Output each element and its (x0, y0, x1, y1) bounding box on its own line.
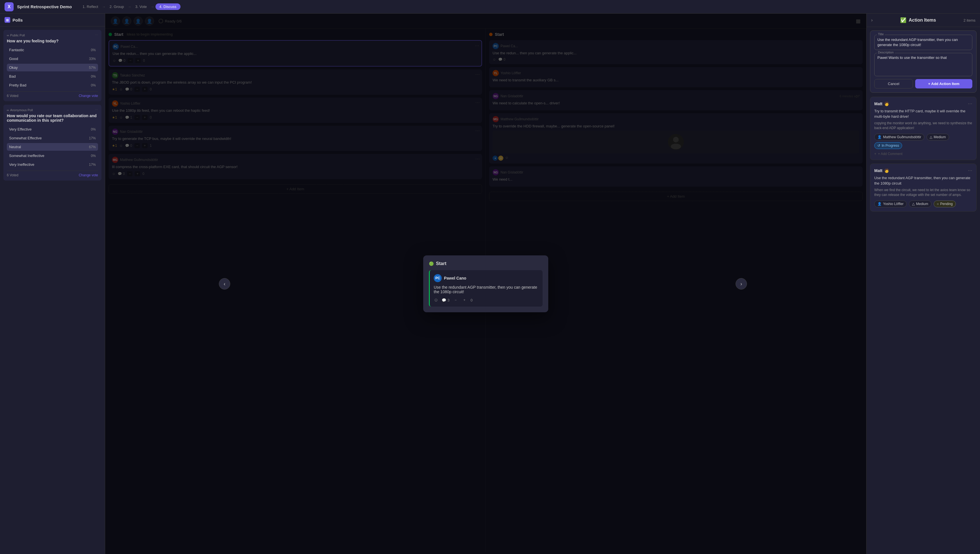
nav-arrow-3: → (151, 5, 154, 9)
change-vote-btn[interactable]: Change vote (79, 94, 98, 98)
poll-1-question: How are you feeling today? (7, 39, 98, 43)
description-field[interactable]: Description (874, 53, 972, 76)
assignee-chip-2[interactable]: 👤 Yoshio Löffler (874, 201, 907, 208)
card-modal: 🟢 Start PC Pawel Cano Use the redundant … (423, 255, 548, 312)
poll-option: Somewhat Ineffective 0% (7, 152, 98, 160)
poll-option: Pretty Bad 0% (7, 81, 98, 89)
action-items-panel: › ✅ Action Items 2 items Title Use the r… (866, 14, 980, 554)
app-header: X Sprint Retrospective Demo 1. Reflect →… (0, 0, 980, 14)
title-label: Title (877, 32, 885, 36)
poll-option: Bad 0% (7, 72, 98, 80)
status-chip-pending[interactable]: ○ Pending (934, 201, 956, 208)
add-action-form: Title Use the redundant AGP transmitter,… (870, 30, 977, 93)
polls-icon: ▦ (5, 17, 10, 23)
poll-option-highlighted: Neutral 67% (7, 143, 98, 151)
modal-card-author: PC Pawel Cano (434, 274, 539, 282)
polls-content: ∞ Public Poll ⋯ How are you feeling toda… (0, 26, 105, 554)
polls-panel: ▦ Polls ∞ Public Poll ⋯ How are you feel… (0, 14, 105, 554)
chevron-right-icon[interactable]: › (871, 18, 873, 23)
action-item-menu-btn[interactable]: ⋯ (968, 101, 972, 106)
action-items-header: › ✅ Action Items 2 items (867, 14, 980, 27)
app-title: Sprint Retrospective Demo (17, 4, 72, 9)
user-icon: 👤 (877, 202, 882, 206)
vote-minus-btn[interactable]: − (453, 297, 458, 303)
modal-card: PC Pawel Cano Use the redundant AGP tran… (429, 270, 542, 307)
poll-1: ∞ Public Poll ⋯ How are you feeling toda… (3, 30, 102, 101)
modal-header: 🟢 Start (429, 261, 542, 266)
assignee-chip[interactable]: 👤 Matthew Guðmundsdóttir (874, 134, 924, 140)
progress-icon: ↺ (877, 144, 880, 148)
user-icon: 👤 (877, 135, 882, 139)
poll-option: Very Ineffective 17% (7, 161, 98, 168)
action-item-status-1: ↺ In Progress (874, 142, 972, 149)
title-field: Title Use the redundant AGP transmitter,… (874, 35, 972, 50)
change-vote-btn-2[interactable]: Change vote (79, 173, 98, 177)
action-item-title-2: Use the redundant AGP transmitter, then … (874, 176, 972, 186)
poll-option-highlighted: Okay 57% (7, 64, 98, 71)
status-chip-inprogress[interactable]: ↺ In Progress (874, 142, 902, 149)
action-card-author-1: Matt 🧑 (874, 102, 889, 106)
description-input[interactable] (877, 56, 969, 72)
modal-dot: 🟢 (429, 261, 434, 266)
nav-arrow-1: → (102, 5, 105, 9)
action-item-meta-2: 👤 Yoshio Löffler △ Medium ○ Pending (874, 201, 972, 208)
main-layout: ▦ Polls ∞ Public Poll ⋯ How are you feel… (0, 14, 980, 554)
description-label: Description (877, 51, 895, 54)
add-comment-btn[interactable]: + + Add Comment (874, 152, 972, 156)
nav-steps: 1. Reflect → 2. Group → 3. Vote → 4. Dis… (80, 3, 180, 10)
nav-arrow-2: → (128, 5, 131, 9)
action-item-2: Matt 🧑 ⋯ Use the redundant AGP transmitt… (870, 163, 977, 212)
poll-option: Very Effective 0% (7, 125, 98, 133)
form-actions: Cancel + Add Action Item (874, 79, 972, 88)
add-action-item-button[interactable]: + Add Action Item (915, 79, 972, 88)
poll-1-footer: 6 Voted Change vote (7, 91, 98, 98)
nav-step-1[interactable]: 1. Reflect (80, 3, 101, 10)
priority-chip[interactable]: △ Medium (927, 134, 949, 140)
action-item-menu-btn-2[interactable]: ⋯ (968, 168, 972, 173)
action-items-content: Title Use the redundant AGP transmitter,… (867, 27, 980, 554)
action-item-desc-2: When we find the circuit, we need to let… (874, 188, 972, 197)
action-item-1: Matt 🧑 ⋯ Try to transmit the HTTP card, … (870, 97, 977, 160)
polls-title: Polls (13, 18, 23, 22)
poll-2-footer: 6 Voted Change vote (7, 171, 98, 177)
action-card-header-1: Matt 🧑 ⋯ (874, 101, 972, 106)
poll-1-badge: ∞ Public Poll ⋯ (7, 33, 98, 37)
modal-card-text: Use the redundant AGP transmitter, then … (434, 285, 539, 294)
modal-next-btn[interactable]: › (735, 278, 747, 289)
action-card-author-2: Matt 🧑 (874, 168, 889, 173)
comment-count: 💬 3 (442, 298, 449, 302)
action-items-title: ✅ Action Items (900, 17, 936, 23)
priority-icon: △ (930, 135, 932, 139)
poll-2-badge: ∞ Anonymous Poll ⋯ (7, 108, 98, 112)
board-panel: 👤 👤 👤 👤 Ready 0/6 ▦ (105, 14, 866, 554)
nav-step-4[interactable]: 4. Discuss (156, 3, 180, 10)
action-item-desc-1: copying the monitor wont do anything, we… (874, 121, 972, 131)
modal-title: Start (436, 261, 446, 266)
poll-option: Good 33% (7, 55, 98, 62)
items-count: 2 items (964, 18, 975, 22)
priority-icon: △ (912, 202, 915, 206)
check-circle-icon: ✅ (900, 17, 907, 23)
action-item-title-1: Try to transmit the HTTP card, maybe it … (874, 109, 972, 119)
title-value: Use the redundant AGP transmitter, then … (877, 37, 969, 48)
poll-2: ∞ Anonymous Poll ⋯ How would you rate ou… (3, 105, 102, 180)
vote-count: 0 (471, 298, 473, 302)
poll-option: Somewhat Effective 17% (7, 134, 98, 142)
modal-overlay[interactable]: 🟢 Start PC Pawel Cano Use the redundant … (105, 14, 866, 554)
app-logo: X (5, 2, 14, 11)
action-card-header-2: Matt 🧑 ⋯ (874, 168, 972, 173)
poll-option: Fantastic 0% (7, 46, 98, 54)
nav-step-2[interactable]: 2. Group (107, 3, 127, 10)
modal-avatar: PC (434, 274, 442, 282)
reaction-icon[interactable]: ☺ (434, 297, 438, 303)
modal-prev-btn[interactable]: ‹ (219, 278, 230, 289)
nav-step-3[interactable]: 3. Vote (132, 3, 150, 10)
polls-header: ▦ Polls (0, 14, 105, 26)
priority-chip-2[interactable]: △ Medium (909, 201, 931, 208)
action-item-meta-1: 👤 Matthew Guðmundsdóttir △ Medium (874, 134, 972, 140)
poll-2-question: How would you rate our team collaboratio… (7, 113, 98, 123)
vote-plus-btn[interactable]: + (462, 297, 467, 303)
cancel-button[interactable]: Cancel (874, 79, 913, 88)
pending-icon: ○ (937, 202, 939, 206)
modal-card-footer: ☺ 💬 3 − + 0 (434, 297, 539, 303)
